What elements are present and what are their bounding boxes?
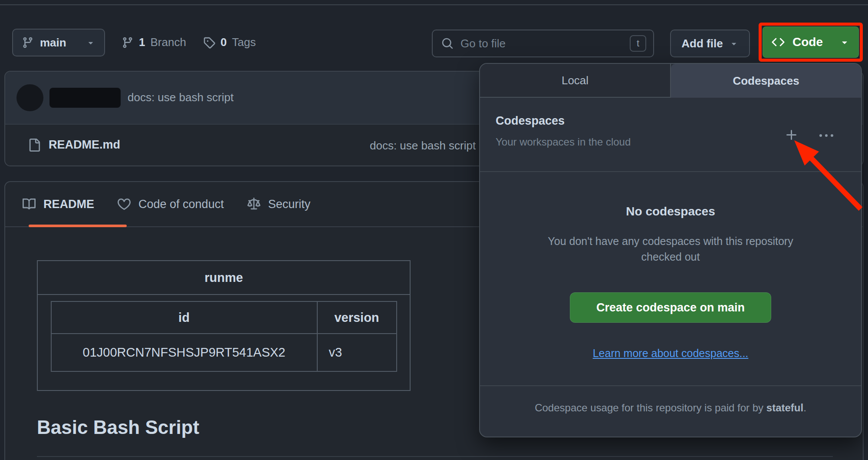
code-button[interactable]: Code bbox=[763, 26, 859, 58]
create-codespace-button[interactable]: Create codespace on main bbox=[570, 292, 771, 323]
readme-heading: Basic Bash Script bbox=[37, 417, 199, 438]
top-divider bbox=[0, 4, 868, 5]
branch-name: main bbox=[40, 36, 66, 50]
codespaces-section-title: Codespaces bbox=[496, 114, 565, 128]
footer-suffix: . bbox=[803, 402, 806, 414]
table-header-row: id version bbox=[52, 302, 396, 333]
popover-divider bbox=[480, 171, 861, 172]
chevron-down-icon bbox=[839, 37, 850, 47]
chevron-down-icon bbox=[86, 38, 95, 47]
cell-version-value: v3 bbox=[318, 334, 396, 371]
tab-security[interactable]: Security bbox=[247, 182, 311, 226]
cell-id-value: 01J00RCN7NFSHSJP9RT541ASX2 bbox=[52, 334, 318, 371]
go-to-file-input[interactable] bbox=[460, 37, 630, 50]
table-title-cell: runme bbox=[38, 261, 410, 295]
readme-heading-rule bbox=[37, 456, 833, 457]
empty-state-description: You don't have any codespaces with this … bbox=[538, 233, 803, 265]
book-icon bbox=[23, 198, 36, 211]
kebab-menu-icon[interactable] bbox=[819, 129, 833, 143]
code-of-conduct-icon bbox=[118, 198, 131, 211]
code-dropdown-popover: Local Codespaces Codespaces Your workspa… bbox=[479, 63, 862, 437]
file-name-link[interactable]: README.md bbox=[49, 138, 120, 152]
tags-stat[interactable]: 0 Tags bbox=[203, 36, 256, 49]
branches-stat[interactable]: 1 Branch bbox=[122, 36, 186, 49]
file-commit-message-link[interactable]: docs: use bash script bbox=[370, 139, 476, 152]
new-codespace-plus-button[interactable] bbox=[785, 128, 799, 142]
branch-count-label: Branch bbox=[150, 36, 186, 49]
column-header-version: version bbox=[318, 302, 396, 333]
go-to-file-search[interactable]: t bbox=[432, 30, 654, 57]
annotation-highlight-rectangle: Code bbox=[759, 23, 863, 62]
tab-readme-label: README bbox=[43, 198, 94, 211]
popover-footer-divider bbox=[480, 385, 861, 386]
popover-footer-text: Codespace usage for this repository is p… bbox=[480, 402, 861, 414]
add-file-label: Add file bbox=[681, 37, 723, 50]
active-tab-underline bbox=[29, 225, 127, 227]
commit-message-link[interactable]: docs: use bash script bbox=[128, 91, 233, 104]
learn-more-link[interactable]: Learn more about codespaces... bbox=[593, 347, 749, 359]
git-branch-icon bbox=[22, 36, 34, 49]
learn-more-link-wrap: Learn more about codespaces... bbox=[480, 347, 861, 360]
shortcut-key-hint: t bbox=[630, 35, 646, 52]
table-row: 01J00RCN7NFSHSJP9RT541ASX2 v3 bbox=[52, 333, 396, 371]
repo-page: main 1 Branch 0 Tags t Add file bbox=[0, 0, 868, 460]
tab-local[interactable]: Local bbox=[480, 64, 671, 98]
code-icon bbox=[772, 36, 785, 49]
column-header-id: id bbox=[52, 302, 318, 333]
code-button-label: Code bbox=[792, 35, 823, 49]
footer-owner: stateful bbox=[766, 402, 803, 414]
file-icon bbox=[28, 139, 41, 152]
add-file-button[interactable]: Add file bbox=[670, 30, 750, 57]
tag-icon bbox=[203, 36, 215, 49]
empty-state-title: No codespaces bbox=[480, 205, 861, 218]
branch-count: 1 bbox=[139, 36, 145, 49]
law-icon bbox=[247, 198, 260, 211]
tag-count-label: Tags bbox=[232, 36, 256, 49]
chevron-down-icon bbox=[729, 39, 739, 48]
tab-readme[interactable]: README bbox=[23, 182, 94, 226]
author-avatar[interactable] bbox=[16, 84, 43, 111]
codespaces-section-subtitle: Your workspaces in the cloud bbox=[496, 136, 631, 148]
search-icon bbox=[441, 37, 454, 50]
tab-code-of-conduct-label: Code of conduct bbox=[138, 198, 224, 211]
tab-code-of-conduct[interactable]: Code of conduct bbox=[118, 182, 224, 226]
tab-security-label: Security bbox=[268, 198, 311, 211]
footer-prefix: Codespace usage for this repository is p… bbox=[535, 402, 766, 414]
tag-count: 0 bbox=[220, 36, 227, 49]
popover-tabs: Local Codespaces bbox=[480, 64, 861, 98]
table-inner: id version 01J00RCN7NFSHSJP9RT541ASX2 v3 bbox=[51, 301, 397, 372]
branch-selector-button[interactable]: main bbox=[12, 29, 105, 56]
git-branch-icon bbox=[122, 36, 134, 49]
redacted-author-name bbox=[49, 88, 121, 108]
tab-codespaces[interactable]: Codespaces bbox=[671, 64, 861, 98]
readme-table: runme id version 01J00RCN7NFSHSJP9RT541A… bbox=[37, 260, 411, 391]
